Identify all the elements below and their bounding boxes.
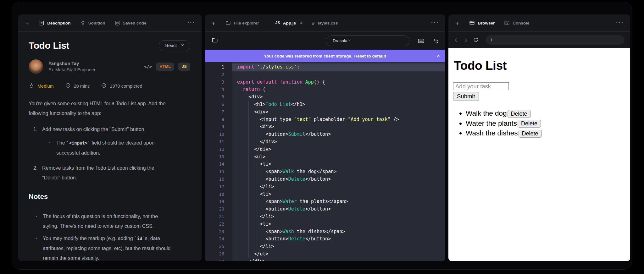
code-line[interactable]: 21</li> [205, 213, 445, 221]
line-number: 3 [205, 79, 232, 86]
code-line[interactable]: 13<ul> [205, 153, 445, 161]
requirement-1: 1. Add new tasks on clicking the "Submit… [29, 124, 190, 134]
url-bar[interactable]: / [486, 35, 625, 45]
clock-icon [65, 83, 71, 89]
back-icon[interactable] [453, 37, 459, 43]
code-line[interactable]: 10<button>Submit</button> [205, 131, 445, 138]
more-options-button[interactable]: ··· [616, 19, 624, 26]
tab-solution[interactable]: Solution [80, 20, 105, 26]
code-editor[interactable]: 1import './styles.css';23export default … [205, 62, 445, 261]
code-line[interactable]: 16<button>Delete</button> [205, 176, 445, 183]
code-line[interactable]: 5<div> [205, 93, 445, 101]
difficulty-item: Medium [29, 83, 54, 89]
code-line[interactable]: 17</li> [205, 183, 445, 191]
tab-description[interactable]: Description [39, 20, 70, 26]
line-number: 5 [205, 93, 232, 101]
todo-item: Water the plantsDelete [466, 119, 630, 128]
code-icon: </> [144, 64, 152, 69]
preview-delete-button[interactable]: Delete [519, 130, 542, 138]
code-line[interactable]: 24<button>Delete</button> [205, 235, 445, 243]
code-line[interactable]: 4return ( [205, 86, 445, 93]
todo-text: Wash the dishes [466, 129, 518, 137]
preview-delete-button[interactable]: Delete [508, 110, 531, 118]
code-line[interactable]: 2 [205, 71, 445, 79]
restore-banner-message: Your code was restored from client stora… [264, 54, 352, 58]
tab-label: Saved code [123, 21, 147, 25]
completed-item: 1970 completed [101, 83, 142, 89]
theme-selector[interactable]: Dracula [326, 36, 409, 46]
code-line[interactable]: 1import './styles.css'; [205, 63, 445, 71]
add-tab-button[interactable]: + [211, 20, 216, 26]
todo-item: Wash the dishesDelete [466, 129, 630, 138]
note-item: • The focus of this question is on funct… [36, 211, 190, 231]
tab-file-explorer[interactable]: File explorer [225, 20, 259, 26]
tab-console[interactable]: Console [504, 20, 529, 26]
code-line[interactable]: 7<div> [205, 108, 445, 116]
line-number: 8 [205, 116, 232, 123]
requirement-text: Remove tasks from the Todo List upon cli… [42, 163, 169, 183]
more-options-button[interactable]: ··· [431, 19, 439, 26]
code-line[interactable]: 6<h1>Todo List</h1> [205, 101, 445, 108]
tab-saved-code[interactable]: Saved code [115, 20, 147, 26]
add-tab-button[interactable]: + [25, 20, 30, 26]
code-line[interactable]: 23<span>Wash the dishes</span> [205, 228, 445, 236]
list-marker: 2. [33, 163, 42, 183]
code-line[interactable]: 15<span>Walk the dog</span> [205, 168, 445, 176]
code-line[interactable]: 8<input type="text" placeholder="Add you… [205, 116, 445, 123]
preview-todo-list: Walk the dogDelete Water the plantsDelet… [448, 109, 630, 138]
url-text: / [491, 37, 492, 42]
avatar[interactable] [29, 59, 43, 74]
forward-icon[interactable] [463, 37, 469, 43]
tab-app-js[interactable]: JS App.js × [275, 20, 303, 25]
reset-code-icon[interactable] [433, 38, 439, 44]
duration-item: 20 mins [65, 83, 90, 89]
completed-label: 1970 completed [110, 84, 142, 89]
preview-submit-button[interactable]: Submit [453, 92, 479, 101]
keyboard-shortcuts-icon[interactable] [418, 37, 425, 44]
framework-selector[interactable]: React [159, 40, 190, 51]
reset-to-default-link[interactable]: Reset to default [354, 54, 386, 58]
preview-task-input[interactable] [453, 82, 509, 90]
code-line[interactable]: 18<li> [205, 191, 445, 198]
line-number: 23 [205, 228, 232, 236]
code-line[interactable]: 25</li> [205, 243, 445, 250]
code-line[interactable]: 26</ul> [205, 250, 445, 258]
author-name: Yangshun Tay [48, 61, 96, 66]
line-number: 10 [205, 131, 232, 138]
code-line[interactable]: 19<span>Water the plants</span> [205, 198, 445, 206]
js-language-badge[interactable]: JS [178, 63, 190, 71]
tab-label: styles.css [318, 21, 338, 25]
more-options-button[interactable]: ··· [187, 19, 195, 26]
reload-icon[interactable] [473, 37, 479, 43]
code-line[interactable]: 3export default function App() { [205, 79, 445, 86]
preview-delete-button[interactable]: Delete [518, 120, 541, 128]
code-line[interactable]: 12</div> [205, 146, 445, 153]
code-line[interactable]: 9<div> [205, 123, 445, 131]
add-tab-button[interactable]: + [455, 20, 460, 26]
tab-browser[interactable]: Browser [469, 20, 495, 26]
flame-icon [29, 83, 34, 89]
close-banner-icon[interactable]: × [437, 53, 440, 59]
close-tab-icon[interactable]: × [300, 20, 303, 25]
code-line[interactable]: 14<li> [205, 161, 445, 168]
tab-styles-css[interactable]: # styles.css [312, 20, 338, 26]
code-line[interactable]: 27</div> [205, 258, 445, 261]
requirement-text: Add new tasks on clicking the "Submit" b… [42, 124, 169, 134]
requirement-1-sub: • The `<input>` field should be cleared … [49, 138, 190, 158]
tab-label: Description [47, 21, 70, 25]
code-line[interactable]: 22<li> [205, 221, 445, 228]
folder-icon [225, 20, 231, 26]
html-language-badge[interactable]: HTML [156, 63, 174, 71]
todo-text: Water the plants [466, 119, 517, 127]
editor-toolbar: Dracula [205, 32, 445, 50]
file-tree-toggle-icon[interactable] [212, 37, 218, 45]
code-line[interactable]: 11</div> [205, 138, 445, 146]
theme-selector-value: Dracula [333, 38, 347, 43]
editor-panel-header: + File explorer JS App.js × # styles.css… [205, 14, 445, 32]
line-number: 22 [205, 221, 232, 228]
line-number: 11 [205, 138, 232, 146]
code-line[interactable]: 20<button>Delete</button> [205, 206, 445, 213]
requirement-2: 2. Remove tasks from the Todo List upon … [29, 163, 190, 183]
line-number: 12 [205, 146, 232, 153]
line-number: 25 [205, 243, 232, 250]
